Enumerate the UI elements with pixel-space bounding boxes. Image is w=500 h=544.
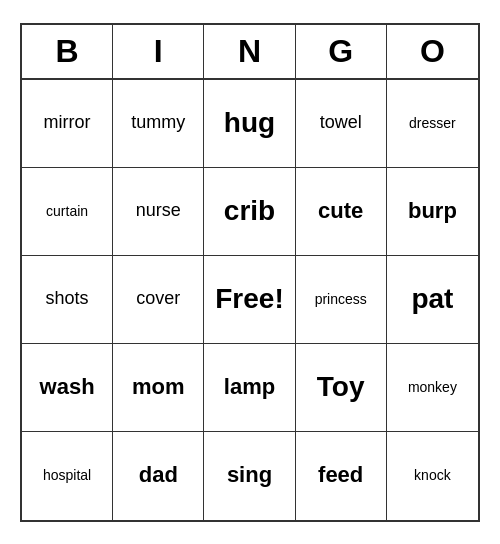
cell-text-5: curtain [46,203,88,220]
cell-text-21: dad [139,462,178,488]
cell-text-19: monkey [408,379,457,396]
cell-text-0: mirror [44,112,91,134]
bingo-cell-9: burp [387,168,478,256]
bingo-cell-1: tummy [113,80,204,168]
bingo-cell-12: Free! [204,256,295,344]
cell-text-24: knock [414,467,451,484]
cell-text-7: crib [224,194,275,228]
bingo-cell-6: nurse [113,168,204,256]
cell-text-16: mom [132,374,185,400]
cell-text-1: tummy [131,112,185,134]
bingo-cell-19: monkey [387,344,478,432]
cell-text-3: towel [320,112,362,134]
header-letter-g: G [296,25,387,78]
cell-text-9: burp [408,198,457,224]
cell-text-2: hug [224,106,275,140]
cell-text-18: Toy [317,370,365,404]
bingo-cell-4: dresser [387,80,478,168]
cell-text-8: cute [318,198,363,224]
cell-text-10: shots [46,288,89,310]
cell-text-14: pat [411,282,453,316]
bingo-header: BINGO [22,25,478,80]
bingo-cell-2: hug [204,80,295,168]
bingo-grid: mirrortummyhugtoweldressercurtainnursecr… [22,80,478,520]
bingo-cell-23: feed [296,432,387,520]
header-letter-i: I [113,25,204,78]
bingo-cell-3: towel [296,80,387,168]
cell-text-17: lamp [224,374,275,400]
bingo-cell-22: sing [204,432,295,520]
bingo-cell-13: princess [296,256,387,344]
bingo-cell-0: mirror [22,80,113,168]
bingo-cell-11: cover [113,256,204,344]
bingo-card: BINGO mirrortummyhugtoweldressercurtainn… [20,23,480,522]
bingo-cell-5: curtain [22,168,113,256]
cell-text-22: sing [227,462,272,488]
bingo-cell-7: crib [204,168,295,256]
bingo-cell-8: cute [296,168,387,256]
header-letter-o: O [387,25,478,78]
header-letter-b: B [22,25,113,78]
cell-text-6: nurse [136,200,181,222]
bingo-cell-18: Toy [296,344,387,432]
cell-text-23: feed [318,462,363,488]
cell-text-20: hospital [43,467,91,484]
cell-text-12: Free! [215,282,283,316]
bingo-cell-24: knock [387,432,478,520]
header-letter-n: N [204,25,295,78]
cell-text-13: princess [315,291,367,308]
bingo-cell-15: wash [22,344,113,432]
bingo-cell-10: shots [22,256,113,344]
bingo-cell-14: pat [387,256,478,344]
bingo-cell-21: dad [113,432,204,520]
cell-text-11: cover [136,288,180,310]
cell-text-15: wash [40,374,95,400]
bingo-cell-16: mom [113,344,204,432]
cell-text-4: dresser [409,115,456,132]
bingo-cell-20: hospital [22,432,113,520]
bingo-cell-17: lamp [204,344,295,432]
